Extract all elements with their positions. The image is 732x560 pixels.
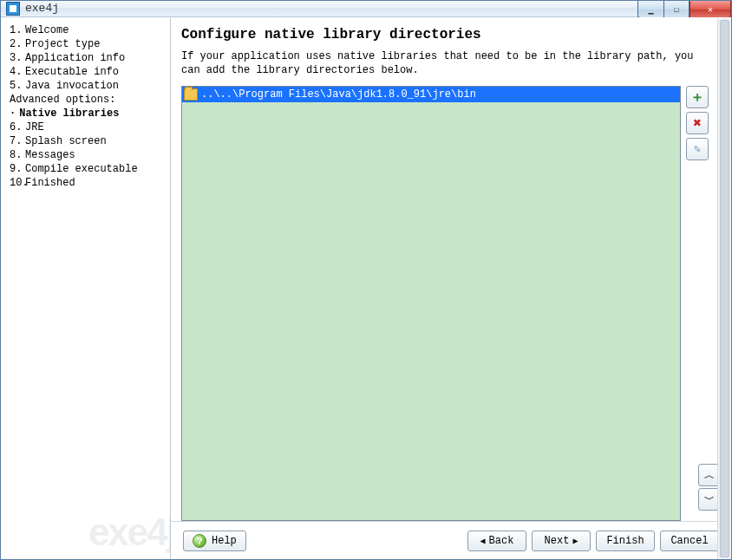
scrollbar[interactable] xyxy=(717,18,731,559)
wizard-steps: 1.Welcome 2.Project type 3.Application i… xyxy=(1,23,170,190)
app-window: exe4j ▁ ☐ ✕ 1.Welcome 2.Project type 3.A… xyxy=(0,0,732,560)
directory-area: ..\..\Program Files\Java\jdk1.8.0_91\jre… xyxy=(181,86,709,521)
chevron-down-icon: ﹀ xyxy=(704,492,715,507)
step-executable-info[interactable]: 4.Executable info xyxy=(1,65,170,79)
watermark: exe4j xyxy=(88,511,171,554)
triangle-left-icon: ◀ xyxy=(480,536,486,546)
step-compile[interactable]: 9.Compile executable xyxy=(1,162,170,176)
step-project-type[interactable]: 2.Project type xyxy=(1,37,170,51)
step-finished[interactable]: 10.Finished xyxy=(1,176,170,190)
directory-list[interactable]: ..\..\Program Files\Java\jdk1.8.0_91\jre… xyxy=(181,86,681,521)
minimize-button[interactable]: ▁ xyxy=(637,1,663,18)
body: 1.Welcome 2.Project type 3.Application i… xyxy=(1,17,731,559)
pencil-icon: ✎ xyxy=(694,142,701,156)
triangle-right-icon: ▶ xyxy=(572,536,578,546)
add-button[interactable]: ＋ xyxy=(686,86,709,108)
directory-row[interactable]: ..\..\Program Files\Java\jdk1.8.0_91\jre… xyxy=(182,87,680,102)
folder-icon xyxy=(184,88,198,101)
plus-icon: ＋ xyxy=(690,88,704,107)
help-button[interactable]: ? Help xyxy=(183,531,246,551)
step-splash-screen[interactable]: 7.Splash screen xyxy=(1,134,170,148)
window-title: exe4j xyxy=(25,2,59,15)
back-button[interactable]: ◀Back xyxy=(467,531,526,551)
chevron-up-icon: ︿ xyxy=(704,468,715,483)
wizard-footer: ? Help ◀Back Next▶ Finish Cancel xyxy=(171,521,731,559)
next-button[interactable]: Next▶ xyxy=(532,531,591,551)
remove-button[interactable]: ✖ xyxy=(686,112,709,134)
maximize-button[interactable]: ☐ xyxy=(663,1,690,18)
step-welcome[interactable]: 1.Welcome xyxy=(1,23,170,37)
scrollbar-thumb[interactable] xyxy=(720,20,729,557)
advanced-options-header: Advanced options: xyxy=(1,93,170,107)
step-jre[interactable]: 6.JRE xyxy=(1,120,170,134)
app-icon xyxy=(6,2,20,16)
finish-button[interactable]: Finish xyxy=(596,531,655,551)
substep-native-libraries[interactable]: ·Native libraries xyxy=(1,107,170,120)
maximize-icon: ☐ xyxy=(674,4,679,15)
close-icon: ✕ xyxy=(708,4,713,15)
content: Configure native library directories If … xyxy=(171,18,731,521)
step-messages[interactable]: 8.Messages xyxy=(1,148,170,162)
main-panel: Configure native library directories If … xyxy=(171,18,731,559)
edit-button[interactable]: ✎ xyxy=(686,138,709,160)
window-controls: ▁ ☐ ✕ xyxy=(637,1,731,18)
titlebar[interactable]: exe4j ▁ ☐ ✕ xyxy=(1,1,731,17)
cancel-button[interactable]: Cancel xyxy=(660,531,719,551)
directory-path: ..\..\Program Files\Java\jdk1.8.0_91\jre… xyxy=(201,88,476,101)
wizard-sidebar: 1.Welcome 2.Project type 3.Application i… xyxy=(1,18,171,559)
page-title: Configure native library directories xyxy=(181,27,709,42)
list-side-buttons: ＋ ✖ ✎ xyxy=(686,86,709,521)
step-application-info[interactable]: 3.Application info xyxy=(1,51,170,65)
page-description: If your application uses native librarie… xyxy=(181,49,709,77)
help-icon: ? xyxy=(193,534,206,548)
step-java-invocation[interactable]: 5.Java invocation xyxy=(1,79,170,93)
x-icon: ✖ xyxy=(693,114,702,132)
close-button[interactable]: ✕ xyxy=(690,1,731,18)
minimize-icon: ▁ xyxy=(648,4,653,15)
